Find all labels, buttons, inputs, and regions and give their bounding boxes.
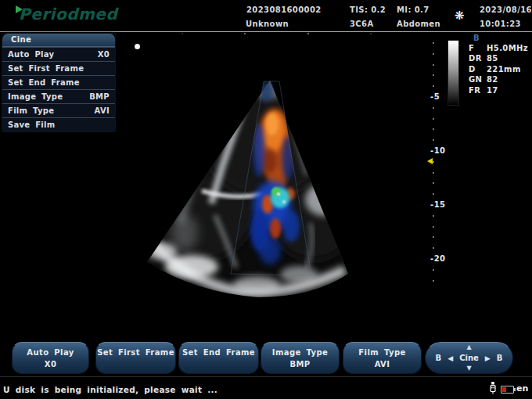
cine-context-menu: Cine Auto Play X0 Set First Frame Set En… [2,33,116,132]
freeze-icon: ❋ [455,9,465,23]
mode-b-right-label: B [497,354,503,362]
grayscale-bar [448,40,459,106]
status-bar: U disk is being initialized, please wait… [0,376,532,399]
logo-text: Periodmed [19,5,117,23]
cine-nav-control[interactable]: ▲ B ◀ Cine ▶ B ▼ [425,342,513,374]
depth-label: -10 [430,146,446,155]
system-date: 2023/08/16 [480,5,532,14]
set-first-frame-button[interactable]: Set First Frame [95,342,176,374]
depth-tick [433,172,434,174]
depth-tick [433,42,434,44]
probe-model: 3C6A [350,20,374,28]
image-params: F H5.0MHz DR 85 D 221mm GN 82 FR 17 [469,43,528,95]
focus-marker-icon [427,158,433,164]
usb-icon [488,381,498,394]
menu-item-auto-play[interactable]: Auto Play X0 [2,47,115,61]
cine-nav-label: Cine [459,354,479,362]
depth-label: -20 [430,254,446,263]
depth-tick [433,280,434,282]
cine-down-arrow-icon[interactable]: ▼ [426,365,512,372]
menu-item-image-type[interactable]: Image Type BMP [2,89,115,103]
context-menu-title: Cine [2,34,115,47]
mode-b-left-label: B [436,354,442,362]
depth-tick [433,182,434,184]
depth-label: -15 [430,200,446,209]
exam-preset: Abdomen [397,20,440,28]
depth-tick [433,107,434,109]
param-row-frequency: F H5.0MHz [469,43,528,53]
film-type-button[interactable]: Film Type AVI [343,342,422,374]
depth-tick [433,247,434,249]
depth-tick [433,236,434,238]
set-end-frame-button[interactable]: Set End Frame [178,342,259,374]
depth-label: -5 [430,92,440,101]
tis-value: TIS: 0.2 [350,5,386,14]
top-bar: Periodmed 2023081600002 Unknown TIS: 0.2… [0,0,532,32]
depth-tick [433,64,434,66]
depth-tick [433,193,434,195]
depth-tick [433,74,434,76]
param-row-depth: D 221mm [469,64,528,74]
status-message: U disk is being initialized, please wait… [3,385,217,394]
param-row-dynamic-range: DR 85 [469,53,528,63]
patient-name: Unknown [246,20,289,28]
depth-tick [433,139,434,141]
image-type-button[interactable]: Image Type BMP [261,342,340,374]
cine-prev-arrow-icon[interactable]: ◀ [448,354,453,362]
ultrasound-image [117,33,438,307]
depth-tick [433,53,434,55]
auto-play-button[interactable]: Auto Play X0 [12,342,89,374]
depth-tick [433,161,434,163]
menu-item-set-first-frame[interactable]: Set First Frame [2,61,115,75]
mi-value: MI: 0.7 [397,5,430,14]
depth-tick [433,85,434,87]
menu-item-film-type[interactable]: Film Type AVI [2,103,115,117]
language-indicator[interactable]: en [516,383,528,394]
system-time: 10:01:23 [480,20,521,28]
patient-id: 2023081600002 [246,5,322,14]
battery-icon [501,386,514,394]
mode-b-indicator: B [473,34,480,42]
menu-item-set-end-frame[interactable]: Set End Frame [2,75,115,89]
logo-triangle-icon [16,5,23,13]
depth-tick [433,215,434,217]
depth-tick [433,128,434,130]
cine-next-arrow-icon[interactable]: ▶ [485,354,491,362]
depth-tick [433,226,434,228]
param-row-gain: GN 82 [469,74,528,84]
periodmed-logo: Periodmed [19,5,117,23]
param-row-frame-rate: FR 17 [469,85,528,95]
depth-tick [433,118,434,120]
depth-ruler: -5-10-15-20 [430,42,448,285]
menu-item-save-film[interactable]: Save Film [2,117,115,131]
depth-tick [433,269,434,271]
